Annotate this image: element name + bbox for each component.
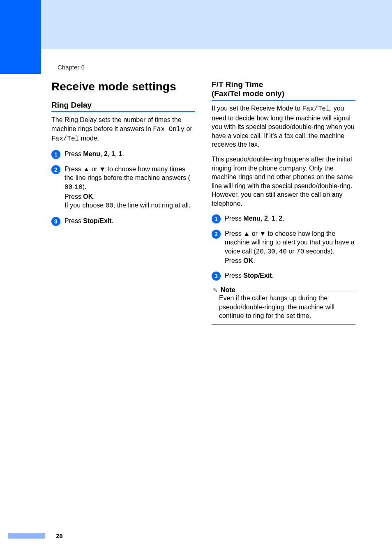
- key-1: 1: [111, 150, 115, 157]
- code-fax-tel: Fax/Tel: [51, 135, 79, 143]
- down-arrow-icon: ▼: [99, 166, 106, 173]
- note-label: Note: [221, 286, 235, 294]
- text: ,: [264, 248, 267, 255]
- left-column: Receive mode settings Ring Delay The Rin…: [51, 80, 195, 325]
- text: ,: [275, 215, 279, 222]
- key-2: 2: [104, 150, 108, 157]
- text: Press: [65, 166, 83, 173]
- note-header: ✎ Note: [212, 286, 355, 294]
- ft-steps: 1 Press Menu, 2, 1, 2. 2 Press ▲ or ▼ to…: [212, 214, 355, 281]
- text: mode.: [79, 135, 99, 142]
- text: or: [287, 248, 296, 255]
- step-text: Press Menu, 2, 1, 1.: [65, 150, 124, 159]
- note-rule-bottom: [212, 324, 355, 325]
- stop-exit-key: Stop/Exit: [83, 217, 111, 224]
- code-10: 10: [75, 184, 83, 191]
- text: .: [253, 257, 255, 264]
- ok-key: OK: [243, 257, 253, 264]
- step-number-icon: 3: [212, 272, 221, 281]
- text: Press: [225, 215, 243, 222]
- up-arrow-icon: ▲: [243, 230, 250, 237]
- step-number-icon: 3: [51, 217, 60, 226]
- step-number-icon: 1: [51, 150, 60, 159]
- text: or: [250, 230, 259, 237]
- text: ,: [115, 150, 119, 157]
- step-text: Press ▲ or ▼ to choose how long the mach…: [225, 229, 355, 265]
- text: .: [272, 272, 274, 279]
- code-40: 40: [279, 248, 287, 256]
- text: Press: [65, 150, 83, 157]
- page-number: 28: [56, 532, 63, 539]
- heading-line1: F/T Ring Time: [212, 80, 263, 89]
- step-1: 1 Press Menu, 2, 1, 2.: [212, 214, 355, 223]
- ok-key: OK: [83, 193, 93, 200]
- menu-key: Menu: [83, 150, 100, 157]
- subsection-ring-delay: Ring Delay: [51, 101, 195, 112]
- ring-delay-steps: 1 Press Menu, 2, 1, 1. 2 Press ▲ or ▼ to…: [51, 150, 195, 226]
- stop-exit-key: Stop/Exit: [243, 272, 272, 279]
- ft-intro-2: This pseudo/double-ring happens after th…: [212, 155, 355, 208]
- right-column: F/T Ring Time (Fax/Tel mode only) If you…: [212, 80, 355, 325]
- ring-delay-intro: The Ring Delay sets the number of times …: [51, 115, 195, 144]
- key-1: 1: [272, 215, 275, 222]
- text: or: [184, 125, 192, 132]
- text: , the line will not ring at all.: [113, 202, 191, 209]
- header-block: [0, 0, 41, 74]
- step-number-icon: 1: [212, 214, 221, 223]
- step-2: 2 Press ▲ or ▼ to choose how long the ma…: [212, 229, 355, 265]
- text: If you set the Receive Mode to: [212, 105, 302, 112]
- code-30: 30: [267, 248, 275, 256]
- text: Press: [225, 230, 243, 237]
- page-number-band: [8, 533, 45, 539]
- header-band: [0, 0, 392, 49]
- text: ,: [268, 215, 272, 222]
- menu-key: Menu: [243, 215, 261, 222]
- section-title: Receive mode settings: [51, 80, 195, 93]
- text: ,: [108, 150, 111, 157]
- text: .: [112, 217, 113, 224]
- content: Receive mode settings Ring Delay The Rin…: [51, 80, 355, 325]
- ft-intro-1: If you set the Receive Mode to Fax/Tel, …: [212, 104, 355, 149]
- code-00b: 00: [106, 202, 113, 210]
- note-rule-top: [239, 292, 355, 292]
- up-arrow-icon: ▲: [83, 166, 90, 173]
- code-fax-only: Fax Only: [153, 126, 184, 133]
- subsection-ft-ring: F/T Ring Time (Fax/Tel mode only): [212, 80, 355, 101]
- step-1: 1 Press Menu, 2, 1, 1.: [51, 150, 195, 159]
- code-20: 20: [256, 248, 264, 256]
- step-number-icon: 2: [212, 230, 221, 239]
- note-icon: ✎: [212, 286, 219, 294]
- text: Press: [225, 257, 243, 264]
- text: .: [93, 193, 95, 200]
- note-body: Even if the caller hangs up during the p…: [212, 294, 355, 320]
- text: Press: [65, 193, 83, 200]
- text: Press: [65, 217, 83, 224]
- step-3: 3 Press Stop/Exit.: [212, 271, 355, 281]
- text: seconds).: [304, 248, 334, 255]
- down-arrow-icon: ▼: [259, 230, 266, 237]
- text: ,: [275, 248, 279, 255]
- text: ).: [83, 183, 87, 190]
- code-70: 70: [296, 248, 304, 256]
- code-fax-tel: Fax/Tel: [302, 105, 330, 113]
- step-text: Press ▲ or ▼ to choose how many times th…: [65, 165, 195, 211]
- step-number-icon: 2: [51, 165, 60, 174]
- text: or: [90, 166, 99, 173]
- text: Press: [225, 272, 243, 279]
- text: .: [283, 215, 284, 222]
- text: ,: [100, 150, 104, 157]
- step-text: Press Menu, 2, 1, 2.: [225, 214, 284, 223]
- chapter-label: Chapter 6: [58, 64, 85, 71]
- key-1b: 1: [119, 150, 122, 157]
- key-2b: 2: [279, 215, 283, 222]
- heading-line2: (Fax/Tel mode only): [212, 89, 284, 98]
- step-2: 2 Press ▲ or ▼ to choose how many times …: [51, 165, 195, 211]
- step-3: 3 Press Stop/Exit.: [51, 216, 195, 226]
- text: If you choose: [65, 202, 106, 209]
- note-block: ✎ Note Even if the caller hangs up durin…: [212, 286, 355, 325]
- text: .: [122, 150, 124, 157]
- code-00: 00: [65, 184, 72, 191]
- step-text: Press Stop/Exit.: [65, 216, 113, 226]
- text: ,: [261, 215, 264, 222]
- key-2: 2: [264, 215, 268, 222]
